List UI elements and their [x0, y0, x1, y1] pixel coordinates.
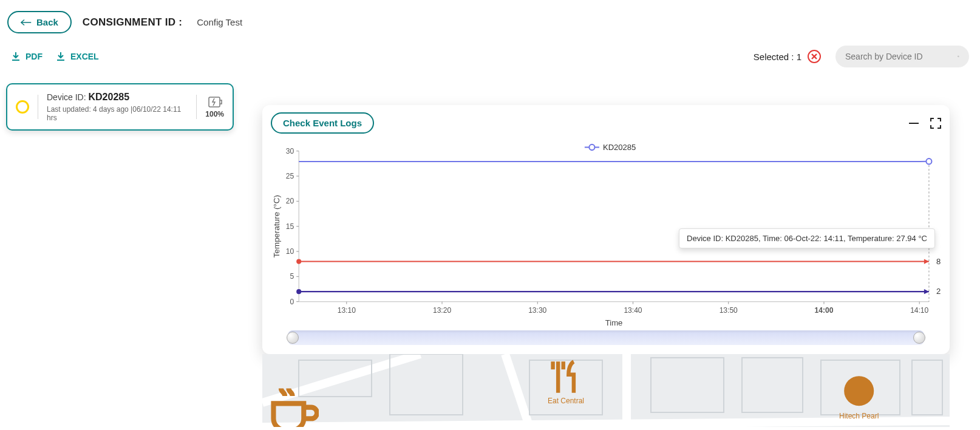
- divider: [38, 95, 38, 119]
- minimize-icon[interactable]: [908, 119, 919, 128]
- svg-text:2: 2: [936, 287, 941, 296]
- svg-point-43: [589, 145, 594, 150]
- pdf-label: PDF: [26, 52, 43, 61]
- dot-icon: [839, 371, 879, 411]
- download-excel-link[interactable]: EXCEL: [56, 52, 99, 61]
- svg-point-35: [296, 259, 301, 264]
- consignment-id-value: Config Test: [197, 17, 242, 27]
- svg-point-41: [926, 159, 931, 164]
- cafe-icon: [266, 381, 319, 427]
- svg-text:10: 10: [286, 247, 294, 256]
- divider: [196, 95, 197, 119]
- fullscreen-icon[interactable]: [930, 118, 941, 129]
- device-id-label: Device ID:: [47, 92, 88, 102]
- arrow-left-icon: [21, 18, 32, 27]
- consignment-id-label: CONSIGNMENT ID :: [83, 16, 182, 29]
- download-pdf-link[interactable]: PDF: [11, 52, 43, 61]
- map-text-label: e Coffee Day: [266, 381, 319, 427]
- range-handle-right[interactable]: [913, 332, 925, 344]
- search-device-field[interactable]: [835, 46, 969, 67]
- svg-text:13:40: 13:40: [624, 306, 642, 315]
- svg-point-38: [296, 289, 301, 294]
- svg-text:13:30: 13:30: [528, 306, 546, 315]
- close-icon: [811, 53, 817, 60]
- svg-point-0: [958, 56, 959, 57]
- chart-tooltip: Device ID: KD20285, Time: 06-Oct-22: 14:…: [679, 228, 935, 248]
- svg-text:20: 20: [286, 197, 294, 205]
- search-icon: [958, 50, 959, 63]
- svg-text:5: 5: [290, 272, 294, 281]
- svg-text:8: 8: [936, 256, 941, 265]
- svg-text:KD20285: KD20285: [603, 142, 636, 151]
- svg-text:25: 25: [286, 172, 294, 180]
- svg-text:15: 15: [286, 222, 294, 231]
- map-view[interactable]: Eat Central Hitech Pearl e Coffee Day: [262, 354, 950, 427]
- device-last-updated: Last updated: 4 days ago |06/10/22 14:11…: [47, 105, 188, 122]
- back-button[interactable]: Back: [7, 11, 72, 33]
- svg-text:0: 0: [290, 298, 294, 306]
- svg-text:Time: Time: [605, 318, 622, 327]
- svg-text:13:20: 13:20: [433, 306, 451, 315]
- status-indicator-icon: [16, 100, 29, 114]
- map-poi-restaurant[interactable]: Eat Central: [548, 359, 584, 405]
- device-id-value: KD20285: [88, 92, 129, 102]
- selected-count: Selected : 1: [754, 52, 801, 62]
- svg-text:13:50: 13:50: [720, 306, 738, 315]
- device-card[interactable]: Device ID: KD20285 Last updated: 4 days …: [6, 83, 234, 131]
- clear-selection-button[interactable]: [808, 50, 821, 63]
- restaurant-icon: [548, 359, 584, 395]
- battery-value: 100%: [205, 110, 224, 118]
- svg-text:Temperature (°C): Temperature (°C): [272, 195, 281, 258]
- svg-rect-51: [912, 360, 942, 415]
- svg-rect-49: [742, 358, 803, 412]
- search-input[interactable]: [845, 52, 951, 61]
- excel-label: EXCEL: [70, 52, 99, 61]
- back-label: Back: [36, 17, 58, 27]
- event-logs-label: Check Event Logs: [283, 118, 362, 128]
- check-event-logs-button[interactable]: Check Event Logs: [271, 112, 374, 134]
- svg-text:13:10: 13:10: [338, 306, 356, 315]
- map-poi-label: Eat Central: [548, 397, 584, 405]
- svg-point-52: [844, 376, 874, 406]
- svg-rect-48: [651, 358, 724, 412]
- svg-text:14:10: 14:10: [910, 306, 928, 315]
- map-poi-building[interactable]: Hitech Pearl: [839, 371, 879, 420]
- chart-panel: Check Event Logs 05101520253013:1013:201…: [262, 105, 950, 354]
- time-range-slider[interactable]: [288, 330, 924, 345]
- svg-text:30: 30: [286, 147, 294, 155]
- map-poi-label: Hitech Pearl: [839, 412, 879, 420]
- battery-icon: [207, 95, 223, 109]
- range-handle-left[interactable]: [287, 332, 299, 344]
- download-icon: [56, 52, 66, 61]
- svg-text:14:00: 14:00: [815, 306, 834, 315]
- download-icon: [11, 52, 21, 61]
